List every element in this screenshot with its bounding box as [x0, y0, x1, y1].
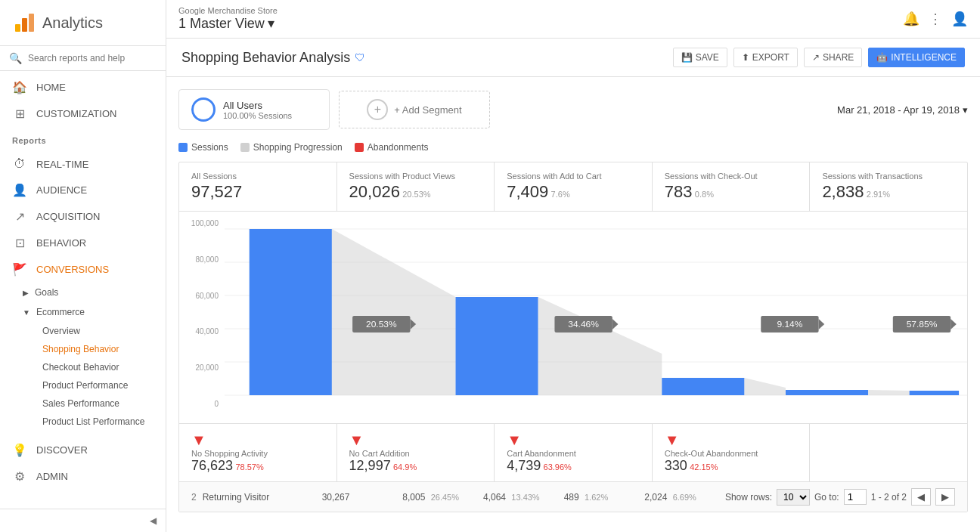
y-axis-60k: 60,000 [185, 292, 219, 300]
home-label: HOME [36, 82, 66, 93]
sidebar-item-acquisition[interactable]: ↗ ACQUISITION [0, 203, 166, 230]
next-page-button[interactable]: ▶ [935, 488, 955, 506]
segment-name: All Users [223, 100, 317, 111]
sidebar-item-conversions[interactable]: 🚩 CONVERSIONS [0, 256, 166, 283]
sidebar-item-customization[interactable]: ⊞ CUSTOMIZATION [0, 101, 166, 127]
nav-section-reports: ⏱ REAL-TIME 👤 AUDIENCE ↗ ACQUISITION ⊡ B… [0, 148, 166, 434]
svg-marker-9 [332, 229, 456, 395]
goto-input[interactable] [844, 489, 867, 505]
prev-page-button[interactable]: ◀ [911, 488, 931, 506]
bar-checkout[interactable] [786, 390, 868, 395]
table-cell-c2: 8,005 26.45% [402, 492, 480, 503]
svg-marker-23 [951, 319, 957, 329]
bell-icon[interactable]: 🔔 [903, 11, 920, 27]
funnel-svg: 20.53% 34.46% 9.14% [225, 212, 967, 423]
svg-rect-2 [29, 14, 34, 32]
sidebar-item-overview[interactable]: Overview [0, 322, 166, 340]
save-button[interactable]: 💾 SAVE [673, 48, 727, 67]
date-range-label: Mar 21, 2018 - Apr 19, 2018 [837, 104, 960, 116]
metric-product-views: Sessions with Product Views 20,026 20.53… [337, 162, 495, 211]
svg-text:57.85%: 57.85% [907, 320, 938, 328]
acquisition-label: ACQUISITION [36, 211, 101, 222]
all-users-segment[interactable]: All Users 100.00% Sessions [178, 89, 330, 130]
svg-rect-1 [22, 18, 27, 32]
bar-product-views[interactable] [456, 297, 538, 395]
intelligence-button[interactable]: 🤖 INTELLIGENCE [868, 48, 965, 67]
show-rows-label: Show rows: [725, 492, 772, 503]
y-axis-0: 0 [185, 400, 219, 408]
sidebar-item-audience[interactable]: 👤 AUDIENCE [0, 177, 166, 203]
sidebar-item-realtime[interactable]: ⏱ REAL-TIME [0, 151, 166, 177]
sidebar-item-checkout-behavior[interactable]: Checkout Behavior [0, 358, 166, 376]
abandon-cart-label: Cart Abandonment [507, 449, 576, 458]
conversions-icon: 🚩 [12, 262, 27, 277]
sidebar-item-product-performance[interactable]: Product Performance [0, 376, 166, 394]
sidebar-item-goals[interactable]: ▶ Goals [0, 283, 166, 302]
abandonment-legend-dot [355, 143, 364, 152]
sidebar-item-discover[interactable]: 💡 DISCOVER [0, 437, 166, 463]
y-axis-40k: 40,000 [185, 327, 219, 336]
share-button[interactable]: ↗ SHARE [804, 48, 862, 67]
save-label: SAVE [696, 52, 719, 63]
admin-icon: ⚙ [12, 469, 27, 484]
sidebar-item-ecommerce[interactable]: ▼ Ecommerce [0, 302, 166, 322]
sidebar-item-admin[interactable]: ⚙ ADMIN [0, 463, 166, 490]
metric-product-views-value: 20,026 20.53% [349, 182, 482, 202]
nav-section-bottom: 💡 DISCOVER ⚙ ADMIN [0, 434, 166, 493]
export-icon: ⬆ [742, 52, 749, 63]
metric-product-views-label: Sessions with Product Views [349, 172, 482, 181]
sidebar-item-product-list-performance[interactable]: Product List Performance [0, 413, 166, 431]
app-title: Analytics [42, 14, 103, 32]
metric-add-to-cart-label: Sessions with Add to Cart [507, 172, 640, 181]
user-avatar[interactable]: 👤 [951, 11, 968, 27]
metric-all-sessions-label: All Sessions [191, 172, 324, 181]
store-view[interactable]: 1 Master View ▾ [178, 15, 897, 32]
main-content: Google Merchandise Store 1 Master View ▾… [166, 0, 980, 532]
svg-rect-0 [15, 24, 20, 32]
sidebar-item-home[interactable]: 🏠 HOME [0, 74, 166, 101]
metric-transactions: Sessions with Transactions 2,838 2.91% [810, 162, 967, 211]
abandonment-row: ▼ No Shopping Activity 76,623 78.57% ▼ N… [179, 423, 967, 481]
sidebar-item-shopping-behavior[interactable]: Shopping Behavior [0, 340, 166, 358]
behavior-label: BEHAVIOR [36, 237, 86, 249]
segment-sub: 100.00% Sessions [223, 111, 317, 120]
chart-legend: Sessions Shopping Progression Abandonmen… [178, 142, 968, 153]
store-name: Google Merchandise Store [178, 6, 897, 15]
rows-per-page-select[interactable]: 10 [777, 489, 810, 506]
metric-transactions-value: 2,838 2.91% [822, 182, 955, 202]
y-axis-80k: 80,000 [185, 255, 219, 264]
svg-marker-15 [612, 319, 619, 329]
reports-section-label: Reports [0, 130, 166, 148]
intelligence-label: INTELLIGENCE [891, 52, 957, 63]
expand-icon: ▶ [23, 289, 29, 297]
sidebar-item-behavior[interactable]: ⊡ BEHAVIOR [0, 230, 166, 256]
funnel-container: All Sessions 97,527 Sessions with Produc… [178, 162, 968, 512]
date-range-picker[interactable]: Mar 21, 2018 - Apr 19, 2018 ▾ [837, 104, 968, 116]
sidebar-item-sales-performance[interactable]: Sales Performance [0, 394, 166, 413]
add-segment-button[interactable]: + + Add Segment [339, 91, 490, 128]
save-icon: 💾 [681, 52, 693, 63]
abandon-arrow-4-icon: ▼ [665, 431, 680, 449]
goals-label: Goals [35, 287, 58, 298]
store-view-label: 1 Master View [178, 16, 265, 32]
abandon-checkout-label: Check-Out Abandonment [665, 449, 758, 458]
export-button[interactable]: ⬆ EXPORT [733, 48, 798, 67]
more-options-icon[interactable]: ⋮ [929, 11, 942, 27]
progression-legend-label: Shopping Progression [253, 142, 343, 153]
bar-transactions[interactable] [910, 391, 959, 395]
sessions-legend-dot [178, 143, 188, 152]
verified-icon: 🛡 [355, 51, 365, 63]
store-view-arrow-icon: ▾ [268, 15, 274, 32]
abandon-checkout-value: 330 42.15% [665, 458, 718, 474]
admin-label: ADMIN [36, 471, 68, 482]
search-input[interactable] [28, 53, 157, 63]
topbar-icons: 🔔 ⋮ 👤 [903, 11, 968, 27]
date-range-arrow-icon: ▾ [963, 104, 968, 116]
search-bar[interactable]: 🔍 [0, 46, 166, 71]
bar-all-sessions[interactable] [250, 229, 332, 395]
bar-add-to-cart[interactable] [662, 378, 744, 395]
page-info: 1 - 2 of 2 [871, 492, 907, 503]
metric-all-sessions: All Sessions 97,527 [179, 162, 337, 211]
store-info: Google Merchandise Store 1 Master View ▾ [178, 6, 897, 32]
collapse-sidebar-button[interactable]: ◀ [0, 509, 166, 532]
